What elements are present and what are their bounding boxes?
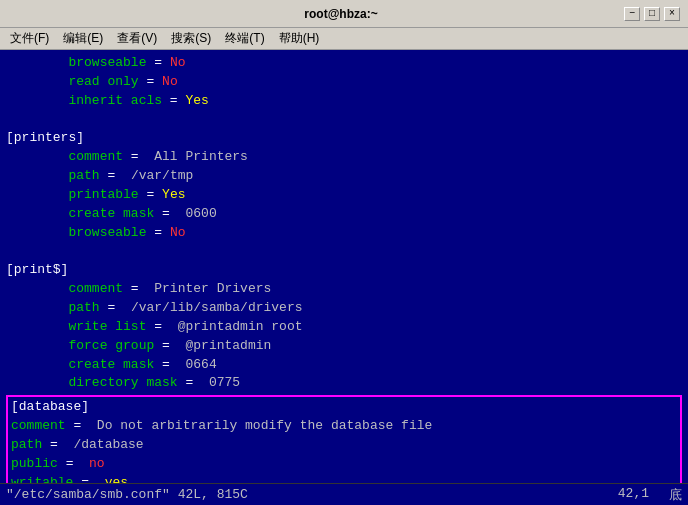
line-prints-section: [print$] xyxy=(6,261,682,280)
line-path-drivers: path = /var/lib/samba/drivers xyxy=(6,299,682,318)
line-blank-2 xyxy=(6,242,682,261)
line-printers-section: [printers] xyxy=(6,129,682,148)
line-browseable-1: browseable = No xyxy=(6,54,682,73)
menu-terminal[interactable]: 终端(T) xyxy=(219,28,270,49)
menu-help[interactable]: 帮助(H) xyxy=(273,28,326,49)
terminal-content[interactable]: browseable = No read only = No inherit a… xyxy=(0,50,688,483)
line-force-group: force group = @printadmin xyxy=(6,337,682,356)
line-directory-mask: directory mask = 0775 xyxy=(6,374,682,393)
menu-file[interactable]: 文件(F) xyxy=(4,28,55,49)
line-printable: printable = Yes xyxy=(6,186,682,205)
highlighted-section: [database] comment = Do not arbitrarily … xyxy=(6,395,682,483)
line-create-mask-1: create mask = 0600 xyxy=(6,205,682,224)
terminal-window: root@hbza:~ − □ × 文件(F) 编辑(E) 查看(V) 搜索(S… xyxy=(0,0,688,505)
status-position: 42,1 xyxy=(618,486,649,504)
line-create-mask-2: create mask = 0664 xyxy=(6,356,682,375)
line-inherit-acls: inherit acls = Yes xyxy=(6,92,682,111)
line-writable: writable = yes xyxy=(11,474,677,483)
status-bar: "/etc/samba/smb.conf" 42L, 815C 42,1 底 xyxy=(0,483,688,505)
status-bottom: 底 xyxy=(669,486,682,504)
minimize-button[interactable]: − xyxy=(624,7,640,21)
line-blank-1 xyxy=(6,111,682,130)
status-file-info: "/etc/samba/smb.conf" 42L, 815C xyxy=(6,487,248,502)
menu-edit[interactable]: 编辑(E) xyxy=(57,28,109,49)
menu-view[interactable]: 查看(V) xyxy=(111,28,163,49)
line-write-list: write list = @printadmin root xyxy=(6,318,682,337)
line-public: public = no xyxy=(11,455,677,474)
line-comment-database: comment = Do not arbitrarily modify the … xyxy=(11,417,677,436)
line-database-section: [database] xyxy=(11,398,677,417)
close-button[interactable]: × xyxy=(664,7,680,21)
status-right: 42,1 底 xyxy=(618,486,682,504)
window-controls: − □ × xyxy=(624,7,680,21)
menu-bar: 文件(F) 编辑(E) 查看(V) 搜索(S) 终端(T) 帮助(H) xyxy=(0,28,688,50)
line-browseable-2: browseable = No xyxy=(6,224,682,243)
line-comment-printers: comment = All Printers xyxy=(6,148,682,167)
line-path-printers: path = /var/tmp xyxy=(6,167,682,186)
line-path-database: path = /database xyxy=(11,436,677,455)
line-readonly: read only = No xyxy=(6,73,682,92)
title-bar: root@hbza:~ − □ × xyxy=(0,0,688,28)
maximize-button[interactable]: □ xyxy=(644,7,660,21)
menu-search[interactable]: 搜索(S) xyxy=(165,28,217,49)
window-title: root@hbza:~ xyxy=(58,7,624,21)
line-comment-drivers: comment = Printer Drivers xyxy=(6,280,682,299)
